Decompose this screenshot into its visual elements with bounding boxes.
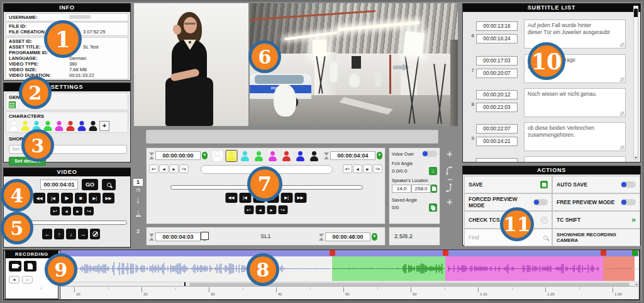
character-slot[interactable] (211, 150, 223, 162)
skip-end-button[interactable]: ▶▶ (103, 193, 114, 203)
character-slot[interactable] (280, 150, 292, 162)
subtitle-start-timecode[interactable]: 00:00:17:03 (476, 56, 518, 66)
character-icon[interactable] (254, 151, 264, 161)
timeline-marker[interactable] (330, 250, 335, 256)
timecode-grab-icon[interactable] (372, 233, 377, 241)
skip-start-button[interactable]: ◀◀ (225, 193, 237, 203)
character-icon[interactable] (282, 151, 291, 161)
subtitle-start-timecode[interactable]: 00:00:22:07 (476, 124, 518, 134)
add-row-icon[interactable]: + (441, 149, 458, 160)
redo-button[interactable]: ↪ (373, 164, 382, 173)
stop-button[interactable]: ■ (75, 193, 87, 203)
video-timecode-input[interactable] (40, 180, 78, 190)
move-down-icon[interactable]: ↓ (131, 194, 145, 205)
redo-button[interactable]: ↪ (278, 205, 287, 214)
scrollbar-thumb[interactable] (634, 9, 638, 17)
timeline-marker[interactable] (601, 250, 606, 256)
character-icon[interactable] (226, 151, 236, 161)
character-slot[interactable] (308, 150, 320, 162)
character-icon[interactable] (9, 121, 18, 131)
pan-right-button[interactable]: → (78, 229, 88, 239)
next-frame-button[interactable]: ▶| (89, 193, 101, 203)
subtitle-end-timecode[interactable]: 00:00:24:21 (476, 137, 518, 146)
character-slot[interactable] (225, 150, 237, 162)
subtitle-text-area[interactable]: Noch wissen wir nicht genau. (524, 88, 626, 117)
skip-start-button[interactable]: ◀◀ (33, 193, 45, 203)
zoom-out-button[interactable]: − (22, 276, 33, 283)
undo-button[interactable]: ↩ (244, 205, 253, 214)
free-preview-toggle-row[interactable]: FREE PREVIEW MODE (552, 193, 640, 211)
step-forward-button[interactable]: ▸ (73, 207, 82, 215)
character-slot[interactable] (267, 150, 279, 162)
step-back-button[interactable]: ◂ (353, 164, 362, 173)
auto-save-toggle-row[interactable]: AUTO SAVE (552, 176, 640, 193)
timecode-grab-icon[interactable] (202, 152, 208, 159)
redo-button[interactable]: ↪ (84, 207, 94, 215)
sign-language-video[interactable] (134, 3, 248, 126)
start-timecode[interactable]: 00:00:00:00 (155, 151, 201, 160)
subtitle-text-area[interactable] (524, 156, 626, 162)
timeline-marker[interactable] (632, 250, 638, 256)
next-frame-button[interactable]: ▶| (280, 193, 292, 203)
step-back-button[interactable]: ◂ (255, 205, 265, 214)
prev-frame-button[interactable]: |◀ (47, 193, 59, 203)
character-icon[interactable] (43, 121, 52, 131)
character-icon[interactable] (309, 151, 319, 161)
record-camera-button[interactable] (9, 261, 21, 272)
character-icon[interactable] (296, 151, 305, 161)
search-frame-button[interactable] (102, 179, 116, 190)
subtitle-scrollbar[interactable]: ▴ ▾ (633, 6, 638, 160)
clip-number-box[interactable]: 1 (133, 178, 143, 186)
subtitle-end-timecode[interactable]: 00:00:22:03 (476, 103, 518, 112)
move-to-bottom-icon[interactable]: ↓ (131, 208, 145, 217)
step-forward-button[interactable]: ▸ (267, 205, 276, 214)
copy-angle-button[interactable] (429, 203, 437, 212)
speaker-y-input[interactable] (411, 185, 431, 193)
fov-apply-button[interactable]: ↓ (429, 167, 437, 175)
play-button[interactable]: ▶ (61, 193, 73, 203)
forced-preview-toggle[interactable] (533, 199, 548, 205)
split-down-icon[interactable] (445, 183, 453, 196)
subtitle-start-timecode[interactable]: 00:00:13:16 (476, 21, 518, 31)
tc-shift-button[interactable]: TC SHIFT » (552, 211, 640, 229)
skip-end-button[interactable]: ▶▶ (294, 193, 306, 203)
character-icon[interactable] (65, 121, 75, 131)
sl-end-timecode[interactable]: 00:00:48:00 (325, 232, 370, 241)
character-slot[interactable] (294, 150, 306, 162)
voice-over-toggle[interactable] (422, 151, 437, 157)
show-hide-camera-button[interactable]: SHOW/HIDE RECORDING CAMERA (552, 229, 640, 246)
character-icon[interactable] (88, 121, 97, 131)
subtitle-text-area[interactable]: ob diese beiden Verbrechen zusammengehör… (524, 122, 626, 151)
forced-preview-toggle-row[interactable]: FORCED PREVIEW MODE (464, 193, 552, 211)
character-icon[interactable] (54, 121, 64, 131)
undo-button[interactable]: ↩ (343, 164, 352, 173)
save-angle-button[interactable] (431, 185, 437, 193)
subtitle-start-timecode[interactable]: 00:00:20:12 (476, 90, 518, 100)
auto-save-toggle[interactable] (621, 181, 636, 188)
step-back-button[interactable]: ◂ (62, 207, 71, 215)
scene-360-video[interactable]: POLIZEI ← (250, 3, 458, 126)
subtitle-end-timecode[interactable]: 00:00:16:24 (476, 34, 518, 43)
character-slot[interactable] (239, 150, 251, 162)
end-timecode[interactable]: 00:00:04:04 (330, 151, 375, 160)
free-preview-toggle[interactable] (621, 199, 636, 205)
export-file-button[interactable] (24, 261, 36, 272)
step-back-button[interactable]: ◂ (159, 164, 169, 173)
add-row-icon[interactable]: + (441, 197, 458, 208)
character-icon[interactable] (20, 121, 30, 131)
reset-view-button[interactable] (90, 229, 100, 239)
waveform-timeline[interactable]: ▸ 1020304050601:101:201:30 (60, 250, 638, 299)
step-back-button[interactable]: ◂ (9, 276, 19, 283)
go-button[interactable]: GO (82, 179, 98, 190)
pan-left-button[interactable]: ← (42, 229, 52, 239)
character-icon[interactable] (77, 121, 86, 131)
subtitle-end-timecode[interactable]: 00:00:20:07 (476, 69, 518, 78)
undo-button[interactable]: ↩ (149, 164, 158, 173)
save-button[interactable]: SAVE (464, 176, 552, 193)
prev-frame-button[interactable]: |◀ (239, 193, 251, 203)
character-icon[interactable] (213, 151, 222, 161)
character-icon[interactable] (240, 151, 250, 161)
scroll-down-icon[interactable]: ▾ (634, 156, 638, 159)
pan-up-button[interactable]: ↑ (54, 229, 64, 239)
character-slot[interactable] (253, 150, 265, 162)
